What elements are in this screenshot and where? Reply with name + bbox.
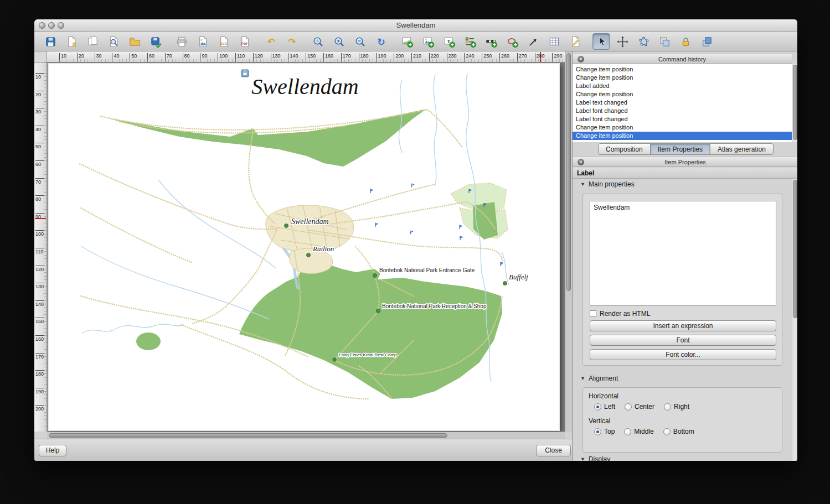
zoom-out-icon[interactable] bbox=[351, 33, 369, 50]
canvas-hscroll-thumb[interactable] bbox=[49, 433, 447, 438]
hruler-label: 100 bbox=[218, 53, 228, 62]
properties-scrollbar[interactable] bbox=[792, 179, 797, 461]
main-properties-group: Swellendam Render as HTML Insert an expr… bbox=[582, 194, 782, 366]
duplicate-composition-icon[interactable] bbox=[84, 33, 101, 50]
vruler-label: 100 bbox=[35, 230, 44, 237]
new-composition-icon[interactable] bbox=[63, 33, 80, 50]
command-history-item[interactable]: Label font changed bbox=[573, 115, 792, 123]
composer-manager-icon[interactable] bbox=[105, 33, 122, 50]
command-history-item[interactable]: Change item position bbox=[573, 132, 792, 140]
zoom-window-button[interactable] bbox=[58, 22, 64, 29]
command-history-item[interactable]: Change item position bbox=[573, 123, 792, 132]
add-scalebar-icon[interactable] bbox=[482, 33, 500, 50]
align-middle-radio[interactable] bbox=[624, 428, 631, 435]
command-history-item[interactable]: Change item position bbox=[573, 74, 792, 82]
insert-expression-button[interactable]: Insert an expression bbox=[590, 320, 776, 331]
add-shape-icon[interactable] bbox=[503, 33, 521, 50]
map-label-entrance-gate: Bontebok National Park Entrance Gate bbox=[379, 267, 475, 273]
command-history-item[interactable]: Change item position bbox=[573, 65, 792, 74]
export-as-pdf-icon[interactable]: PDF bbox=[236, 33, 254, 50]
command-history-scroll-thumb[interactable] bbox=[793, 65, 797, 140]
align-center-radio[interactable] bbox=[625, 403, 632, 411]
minimize-window-button[interactable] bbox=[48, 22, 55, 29]
redo-icon[interactable]: ↷ bbox=[283, 33, 301, 50]
alignment-disclosure[interactable]: ▼Alignment bbox=[580, 375, 618, 382]
bottom-bar: Help Close bbox=[34, 439, 572, 461]
load-from-template-icon[interactable] bbox=[126, 33, 143, 50]
save-as-template-icon[interactable] bbox=[147, 33, 164, 50]
undo-icon[interactable]: ↶ bbox=[262, 33, 280, 50]
export-as-svg-icon[interactable]: SVG bbox=[215, 33, 233, 50]
right-panel: ✕ Command history Change item positionCh… bbox=[572, 51, 797, 461]
map-label-rest-camp: Lang Elsies Kraal Rest Camp bbox=[339, 352, 397, 357]
font-button[interactable]: Font bbox=[590, 335, 776, 346]
hruler-label: 240 bbox=[464, 53, 474, 62]
item-properties-close-icon[interactable]: ✕ bbox=[578, 159, 584, 165]
close-window-button[interactable] bbox=[39, 22, 45, 29]
align-top-radio[interactable] bbox=[594, 428, 601, 435]
tab-item-properties[interactable]: Item Properties bbox=[650, 143, 710, 155]
command-history-item[interactable]: Change item position bbox=[573, 90, 792, 98]
add-html-frame-icon[interactable] bbox=[566, 33, 584, 50]
label-text-input[interactable]: Swellendam bbox=[590, 201, 776, 306]
command-history-item[interactable]: Label font changed bbox=[573, 107, 792, 115]
command-history-item[interactable]: Label text changed bbox=[573, 98, 792, 107]
command-history-list[interactable]: Change item positionChange item position… bbox=[573, 64, 792, 142]
refresh-view-icon[interactable]: ↻ bbox=[372, 33, 390, 50]
composition-page[interactable]: Swellendam Railton Bontebok National Par… bbox=[48, 63, 560, 431]
save-project-icon[interactable] bbox=[42, 33, 59, 50]
add-new-map-icon[interactable] bbox=[398, 33, 416, 50]
command-history-item[interactable]: Label added bbox=[573, 82, 792, 90]
vruler-label: 80 bbox=[35, 195, 44, 202]
map-label-buffeljags: Buffelj bbox=[509, 273, 528, 281]
titlebar[interactable]: Swellendam bbox=[34, 19, 797, 32]
zoom-in-icon[interactable] bbox=[330, 33, 348, 50]
tab-atlas-generation[interactable]: Atlas generation bbox=[710, 143, 774, 155]
add-image-icon[interactable] bbox=[419, 33, 437, 50]
add-label-icon[interactable]: T bbox=[440, 33, 458, 50]
vruler-label: 160 bbox=[35, 335, 44, 342]
close-button[interactable]: Close bbox=[536, 445, 571, 456]
move-item-content-icon[interactable] bbox=[614, 33, 631, 50]
disclosure-triangle-icon: ▼ bbox=[580, 376, 585, 381]
command-history-close-icon[interactable]: ✕ bbox=[578, 56, 584, 63]
vruler-label: 150 bbox=[35, 318, 44, 324]
canvas-vscroll-thumb[interactable] bbox=[566, 53, 571, 291]
edit-nodes-item-icon[interactable] bbox=[635, 33, 652, 50]
main-properties-disclosure[interactable]: ▼Main properties bbox=[580, 180, 635, 188]
toolbar-separator bbox=[166, 33, 171, 50]
render-as-html-checkbox[interactable] bbox=[590, 310, 596, 317]
zoom-full-icon[interactable] bbox=[309, 33, 327, 50]
map-item[interactable]: Swellendam Railton Bontebok National Par… bbox=[48, 63, 560, 431]
map-label-reception-shop: Bontebok National Park Reception & Shop bbox=[382, 303, 487, 309]
page-title-label-item[interactable]: Swellendam bbox=[251, 74, 358, 99]
help-button[interactable]: Help bbox=[39, 445, 66, 456]
command-history-scrollbar[interactable] bbox=[792, 64, 797, 142]
vruler-label: 50 bbox=[35, 143, 44, 149]
toolbar-separator bbox=[391, 33, 396, 50]
raise-items-icon[interactable] bbox=[698, 33, 715, 50]
add-attribute-table-icon[interactable] bbox=[545, 33, 563, 50]
print-icon[interactable] bbox=[173, 33, 190, 50]
vruler-label: 30 bbox=[35, 108, 44, 115]
properties-scroll-thumb[interactable] bbox=[793, 180, 797, 318]
canvas-vertical-scrollbar[interactable] bbox=[565, 51, 572, 432]
align-bottom-radio[interactable] bbox=[663, 428, 671, 435]
group-items-icon[interactable] bbox=[656, 33, 673, 50]
tab-composition[interactable]: Composition bbox=[598, 143, 651, 155]
export-as-image-icon[interactable] bbox=[194, 33, 212, 50]
horizontal-ruler: 1020304050607080901001101201301401501601… bbox=[47, 51, 565, 63]
select-move-item-icon[interactable] bbox=[592, 33, 610, 50]
canvas-horizontal-scrollbar[interactable] bbox=[47, 432, 565, 439]
align-left-radio[interactable] bbox=[594, 403, 601, 411]
align-right-radio[interactable] bbox=[664, 403, 671, 411]
hruler-label: 180 bbox=[359, 53, 369, 62]
add-legend-icon[interactable] bbox=[461, 33, 479, 50]
vruler-label: 90 bbox=[35, 213, 44, 220]
add-arrow-icon[interactable] bbox=[524, 33, 542, 50]
hruler-label: 40 bbox=[112, 53, 119, 62]
display-disclosure[interactable]: ▼Display bbox=[580, 455, 610, 461]
font-color-button[interactable]: Font color... bbox=[590, 349, 776, 360]
lock-items-icon[interactable] bbox=[677, 33, 694, 50]
composer-canvas[interactable]: Swellendam Railton Bontebok National Par… bbox=[47, 63, 565, 432]
